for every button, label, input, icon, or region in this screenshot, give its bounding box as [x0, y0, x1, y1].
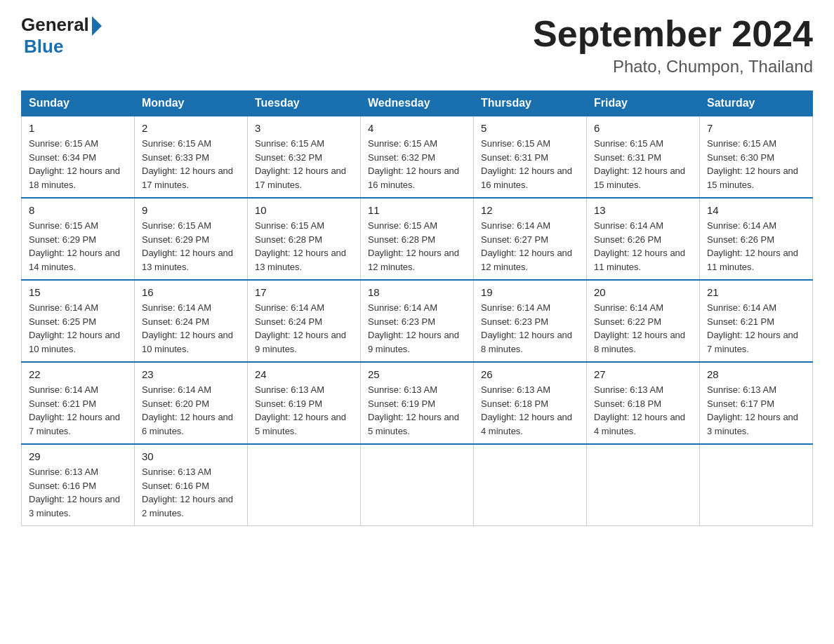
calendar-week-row: 15 Sunrise: 6:14 AM Sunset: 6:25 PM Dayl… — [22, 280, 813, 362]
day-cell: 1 Sunrise: 6:15 AM Sunset: 6:34 PM Dayli… — [22, 116, 135, 198]
day-cell: 28 Sunrise: 6:13 AM Sunset: 6:17 PM Dayl… — [700, 362, 813, 444]
day-number: 13 — [594, 204, 692, 216]
day-cell: 11 Sunrise: 6:15 AM Sunset: 6:28 PM Dayl… — [361, 198, 474, 280]
calendar-subtitle: Phato, Chumpon, Thailand — [533, 57, 813, 76]
day-info: Sunrise: 6:14 AM Sunset: 6:26 PM Dayligh… — [707, 219, 805, 274]
day-cell: 7 Sunrise: 6:15 AM Sunset: 6:30 PM Dayli… — [700, 116, 813, 198]
day-number: 14 — [707, 204, 805, 216]
day-cell: 24 Sunrise: 6:13 AM Sunset: 6:19 PM Dayl… — [248, 362, 361, 444]
day-info: Sunrise: 6:15 AM Sunset: 6:29 PM Dayligh… — [29, 219, 127, 274]
calendar-title: September 2024 — [533, 14, 813, 54]
calendar-week-row: 1 Sunrise: 6:15 AM Sunset: 6:34 PM Dayli… — [22, 116, 813, 198]
day-info: Sunrise: 6:14 AM Sunset: 6:20 PM Dayligh… — [142, 383, 240, 438]
day-number: 1 — [29, 122, 127, 134]
day-cell: 5 Sunrise: 6:15 AM Sunset: 6:31 PM Dayli… — [474, 116, 587, 198]
day-cell: 25 Sunrise: 6:13 AM Sunset: 6:19 PM Dayl… — [361, 362, 474, 444]
day-info: Sunrise: 6:15 AM Sunset: 6:28 PM Dayligh… — [255, 219, 353, 274]
day-cell — [587, 444, 700, 526]
day-cell: 26 Sunrise: 6:13 AM Sunset: 6:18 PM Dayl… — [474, 362, 587, 444]
day-info: Sunrise: 6:13 AM Sunset: 6:16 PM Dayligh… — [29, 465, 127, 520]
day-cell: 6 Sunrise: 6:15 AM Sunset: 6:31 PM Dayli… — [587, 116, 700, 198]
day-number: 29 — [29, 450, 127, 462]
day-number: 3 — [255, 122, 353, 134]
day-info: Sunrise: 6:15 AM Sunset: 6:28 PM Dayligh… — [368, 219, 466, 274]
day-cell: 15 Sunrise: 6:14 AM Sunset: 6:25 PM Dayl… — [22, 280, 135, 362]
day-number: 26 — [481, 368, 579, 380]
day-number: 28 — [707, 368, 805, 380]
day-cell: 29 Sunrise: 6:13 AM Sunset: 6:16 PM Dayl… — [22, 444, 135, 526]
title-section: September 2024 Phato, Chumpon, Thailand — [533, 14, 813, 76]
day-number: 27 — [594, 368, 692, 380]
day-cell: 20 Sunrise: 6:14 AM Sunset: 6:22 PM Dayl… — [587, 280, 700, 362]
day-cell — [248, 444, 361, 526]
day-cell: 14 Sunrise: 6:14 AM Sunset: 6:26 PM Dayl… — [700, 198, 813, 280]
day-number: 25 — [368, 368, 466, 380]
col-header-sunday: Sunday — [22, 91, 135, 116]
day-cell: 3 Sunrise: 6:15 AM Sunset: 6:32 PM Dayli… — [248, 116, 361, 198]
day-cell — [700, 444, 813, 526]
day-number: 18 — [368, 286, 466, 298]
logo-general-text: General — [21, 14, 89, 36]
day-info: Sunrise: 6:14 AM Sunset: 6:26 PM Dayligh… — [594, 219, 692, 274]
day-number: 30 — [142, 450, 240, 462]
day-info: Sunrise: 6:14 AM Sunset: 6:24 PM Dayligh… — [255, 301, 353, 356]
calendar-week-row: 29 Sunrise: 6:13 AM Sunset: 6:16 PM Dayl… — [22, 444, 813, 526]
calendar-table: SundayMondayTuesdayWednesdayThursdayFrid… — [21, 90, 813, 526]
calendar-week-row: 8 Sunrise: 6:15 AM Sunset: 6:29 PM Dayli… — [22, 198, 813, 280]
day-info: Sunrise: 6:15 AM Sunset: 6:31 PM Dayligh… — [594, 137, 692, 192]
day-number: 10 — [255, 204, 353, 216]
logo-blue-text: Blue — [24, 36, 63, 58]
day-cell: 27 Sunrise: 6:13 AM Sunset: 6:18 PM Dayl… — [587, 362, 700, 444]
day-info: Sunrise: 6:14 AM Sunset: 6:25 PM Dayligh… — [29, 301, 127, 356]
day-cell: 10 Sunrise: 6:15 AM Sunset: 6:28 PM Dayl… — [248, 198, 361, 280]
day-number: 9 — [142, 204, 240, 216]
day-number: 15 — [29, 286, 127, 298]
day-info: Sunrise: 6:15 AM Sunset: 6:32 PM Dayligh… — [368, 137, 466, 192]
day-number: 6 — [594, 122, 692, 134]
day-number: 21 — [707, 286, 805, 298]
col-header-saturday: Saturday — [700, 91, 813, 116]
day-info: Sunrise: 6:13 AM Sunset: 6:17 PM Dayligh… — [707, 383, 805, 438]
day-number: 11 — [368, 204, 466, 216]
day-cell: 8 Sunrise: 6:15 AM Sunset: 6:29 PM Dayli… — [22, 198, 135, 280]
day-info: Sunrise: 6:13 AM Sunset: 6:19 PM Dayligh… — [368, 383, 466, 438]
day-cell: 23 Sunrise: 6:14 AM Sunset: 6:20 PM Dayl… — [135, 362, 248, 444]
logo: General Blue — [21, 14, 102, 58]
day-cell: 9 Sunrise: 6:15 AM Sunset: 6:29 PM Dayli… — [135, 198, 248, 280]
day-cell: 30 Sunrise: 6:13 AM Sunset: 6:16 PM Dayl… — [135, 444, 248, 526]
day-info: Sunrise: 6:14 AM Sunset: 6:23 PM Dayligh… — [481, 301, 579, 356]
day-info: Sunrise: 6:14 AM Sunset: 6:22 PM Dayligh… — [594, 301, 692, 356]
day-number: 4 — [368, 122, 466, 134]
day-number: 8 — [29, 204, 127, 216]
col-header-tuesday: Tuesday — [248, 91, 361, 116]
day-number: 7 — [707, 122, 805, 134]
col-header-friday: Friday — [587, 91, 700, 116]
day-info: Sunrise: 6:15 AM Sunset: 6:32 PM Dayligh… — [255, 137, 353, 192]
day-info: Sunrise: 6:13 AM Sunset: 6:18 PM Dayligh… — [481, 383, 579, 438]
calendar-body: 1 Sunrise: 6:15 AM Sunset: 6:34 PM Dayli… — [22, 116, 813, 526]
logo-triangle-icon — [92, 16, 102, 36]
day-number: 20 — [594, 286, 692, 298]
day-info: Sunrise: 6:14 AM Sunset: 6:21 PM Dayligh… — [707, 301, 805, 356]
day-info: Sunrise: 6:15 AM Sunset: 6:31 PM Dayligh… — [481, 137, 579, 192]
day-info: Sunrise: 6:14 AM Sunset: 6:21 PM Dayligh… — [29, 383, 127, 438]
day-cell: 22 Sunrise: 6:14 AM Sunset: 6:21 PM Dayl… — [22, 362, 135, 444]
page-header: General Blue September 2024 Phato, Chump… — [21, 14, 813, 76]
day-info: Sunrise: 6:15 AM Sunset: 6:34 PM Dayligh… — [29, 137, 127, 192]
day-info: Sunrise: 6:13 AM Sunset: 6:16 PM Dayligh… — [142, 465, 240, 520]
day-number: 5 — [481, 122, 579, 134]
day-number: 24 — [255, 368, 353, 380]
day-number: 19 — [481, 286, 579, 298]
day-number: 2 — [142, 122, 240, 134]
col-header-thursday: Thursday — [474, 91, 587, 116]
day-cell: 18 Sunrise: 6:14 AM Sunset: 6:23 PM Dayl… — [361, 280, 474, 362]
day-cell: 16 Sunrise: 6:14 AM Sunset: 6:24 PM Dayl… — [135, 280, 248, 362]
day-info: Sunrise: 6:14 AM Sunset: 6:27 PM Dayligh… — [481, 219, 579, 274]
day-number: 16 — [142, 286, 240, 298]
day-cell: 2 Sunrise: 6:15 AM Sunset: 6:33 PM Dayli… — [135, 116, 248, 198]
day-info: Sunrise: 6:13 AM Sunset: 6:18 PM Dayligh… — [594, 383, 692, 438]
day-cell: 12 Sunrise: 6:14 AM Sunset: 6:27 PM Dayl… — [474, 198, 587, 280]
calendar-header-row: SundayMondayTuesdayWednesdayThursdayFrid… — [22, 91, 813, 116]
day-cell — [474, 444, 587, 526]
day-info: Sunrise: 6:15 AM Sunset: 6:33 PM Dayligh… — [142, 137, 240, 192]
